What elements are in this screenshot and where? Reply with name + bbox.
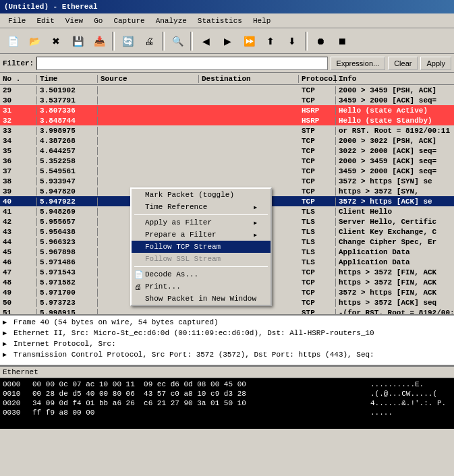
bytes-hex-1: 00 28 de d5 40 00 80 06 43 57 c0 a8 10 c… bbox=[32, 390, 365, 398]
detail-row-tcp[interactable]: ▶ Transmission Control Protocol, Src Por… bbox=[0, 349, 454, 360]
bytes-hex-3: ff f9 a8 00 00 bbox=[32, 409, 365, 417]
context-menu: Mark Packet (toggle) Time Reference ▶ Ap… bbox=[130, 187, 272, 306]
toolbar-forward[interactable]: ▶ bbox=[217, 31, 237, 51]
menu-statistics[interactable]: Statistics bbox=[192, 16, 248, 26]
menu-edit[interactable]: Edit bbox=[31, 16, 59, 26]
toolbar: 📄 📂 ✖ 💾 📥 🔄 🖨 🔍 ◀ ▶ ⏩ ⬆ ⬇ ⏺ ⏹ bbox=[0, 28, 454, 54]
menu-view[interactable]: View bbox=[60, 16, 88, 26]
col-header-info: Info bbox=[336, 75, 454, 83]
toolbar-new[interactable]: 📄 bbox=[3, 31, 23, 51]
cell-proto: TCP bbox=[299, 278, 336, 287]
cell-time: 5.966323 bbox=[37, 238, 98, 246]
toolbar-up[interactable]: ⬆ bbox=[260, 31, 281, 51]
ctx-apply-filter[interactable]: Apply as Filter ▶ bbox=[132, 216, 271, 229]
toolbar-sep4 bbox=[305, 32, 308, 51]
cell-time: 5.933947 bbox=[37, 177, 98, 185]
toolbar-sep1 bbox=[112, 32, 115, 51]
cell-no: 50 bbox=[0, 299, 37, 307]
toolbar-jump[interactable]: ⏩ bbox=[239, 31, 259, 51]
ctx-decode-as[interactable]: 📄 Decode As... bbox=[132, 268, 271, 280]
toolbar-sep3 bbox=[190, 32, 193, 51]
packet-list: No . Time Source Destination Protocol In… bbox=[0, 73, 454, 316]
titlebar: (Untitled) - Ethereal bbox=[0, 0, 454, 13]
detail-text-frame: Frame 40 (54 bytes on wire, 54 bytes cap… bbox=[13, 318, 219, 326]
table-row[interactable]: 36 5.352258 TCP 2000 > 3459 [ACK] seq= bbox=[0, 156, 454, 166]
cell-time: 5.967898 bbox=[37, 248, 98, 256]
menu-go[interactable]: Go bbox=[88, 16, 108, 26]
cell-time: 5.998915 bbox=[37, 309, 98, 316]
toolbar-capture2[interactable]: ⏹ bbox=[332, 31, 352, 51]
ctx-mark-packet[interactable]: Mark Packet (toggle) bbox=[132, 189, 271, 201]
clear-button[interactable]: Clear bbox=[388, 57, 418, 70]
ctx-show-new-window[interactable]: Show Packet in New Window bbox=[132, 293, 271, 305]
ctx-follow-tcp[interactable]: Follow TCP Stream bbox=[132, 241, 271, 253]
bytes-offset-1: 0010 bbox=[3, 390, 30, 398]
cell-no: 46 bbox=[0, 258, 37, 266]
toolbar-reload[interactable]: 🔄 bbox=[117, 31, 138, 51]
cell-time: 5.971700 bbox=[37, 289, 98, 297]
table-row[interactable]: 31 3.807336 HSRP Hello (state Active) bbox=[0, 105, 454, 115]
cell-no: 38 bbox=[0, 177, 37, 185]
cell-no: 33 bbox=[0, 127, 37, 135]
expand-icon-tcp: ▶ bbox=[3, 351, 12, 359]
table-row[interactable]: 34 4.387268 TCP 2000 > 3022 [PSH, ACK] bbox=[0, 136, 454, 146]
cell-no: 32 bbox=[0, 117, 37, 125]
menu-capture[interactable]: Capture bbox=[108, 16, 150, 26]
detail-row-frame[interactable]: ▶ Frame 40 (54 bytes on wire, 54 bytes c… bbox=[0, 317, 454, 328]
ctx-prepare-filter[interactable]: Prepare a Filter ▶ bbox=[132, 229, 271, 241]
ctx-print[interactable]: 🖨 Print... bbox=[132, 280, 271, 293]
col-header-source: Source bbox=[98, 75, 199, 83]
cell-info: Change Cipher Spec, Er bbox=[336, 238, 454, 246]
expression-button[interactable]: Expression... bbox=[331, 57, 386, 70]
cell-time: 3.537791 bbox=[37, 96, 98, 105]
table-row[interactable]: 37 5.549561 TCP 3459 > 2000 [ACK] seq= bbox=[0, 166, 454, 176]
cell-info: Hello (state Active) bbox=[336, 107, 454, 115]
cell-info: 3022 > 2000 [ACK] seq= bbox=[336, 147, 454, 155]
cell-no: 42 bbox=[0, 218, 37, 226]
cell-info: Hello (state Standby) bbox=[336, 117, 454, 125]
toolbar-open[interactable]: 📂 bbox=[24, 31, 45, 51]
cell-info: https > 3572 [SYN, bbox=[336, 187, 454, 196]
col-header-no: No . bbox=[0, 75, 37, 83]
ethernet-bar: Ethernet bbox=[0, 366, 454, 378]
detail-row-ip[interactable]: ▶ Internet Protocol, Src: bbox=[0, 338, 454, 349]
cell-no: 51 bbox=[0, 309, 37, 316]
filter-input[interactable] bbox=[36, 57, 327, 70]
table-row[interactable]: 32 3.848744 HSRP Hello (state Standby) bbox=[0, 115, 454, 125]
toolbar-save2[interactable]: 📥 bbox=[89, 31, 109, 51]
cell-info: 3572 > https [ACK] se bbox=[336, 198, 454, 206]
packet-bytes: 0000 00 00 0c 07 ac 10 00 11 09 ec d6 0d… bbox=[0, 378, 454, 429]
table-row[interactable]: 33 3.998975 STP or RST. Root = 8192/00:1… bbox=[0, 125, 454, 136]
bytes-hex-0: 00 00 0c 07 ac 10 00 11 09 ec d6 0d 08 0… bbox=[32, 380, 365, 388]
table-row[interactable]: 38 5.933947 TCP 3572 > https [SYN] se bbox=[0, 176, 454, 186]
toolbar-print[interactable]: 🖨 bbox=[139, 31, 159, 51]
toolbar-close[interactable]: ✖ bbox=[46, 31, 66, 51]
table-row[interactable]: 35 4.644257 TCP 3022 > 2000 [ACK] seq= bbox=[0, 146, 454, 156]
filterbar: Filter: Expression... Clear Apply bbox=[0, 54, 454, 73]
table-row[interactable]: 29 3.501902 TCP 2000 > 3459 [PSH, ACK] bbox=[0, 85, 454, 95]
toolbar-save[interactable]: 💾 bbox=[67, 31, 88, 51]
toolbar-back[interactable]: ◀ bbox=[196, 31, 216, 51]
cell-info: 2000 > 3459 [ACK] seq= bbox=[336, 157, 454, 165]
apply-button[interactable]: Apply bbox=[420, 57, 451, 70]
table-row[interactable]: 30 3.537791 TCP 3459 > 2000 [ACK] seq= bbox=[0, 95, 454, 105]
cell-no: 45 bbox=[0, 248, 37, 256]
menu-analyze[interactable]: Analyze bbox=[150, 16, 192, 26]
bytes-ascii-2: 4......&.!'.:. P. bbox=[370, 399, 451, 407]
toolbar-capture[interactable]: ⏺ bbox=[310, 31, 331, 51]
bytes-row-1: 0010 00 28 de d5 40 00 80 06 43 57 c0 a8… bbox=[3, 389, 451, 398]
menu-help[interactable]: Help bbox=[248, 16, 276, 26]
expand-icon-frame: ▶ bbox=[3, 318, 12, 326]
menu-file[interactable]: File bbox=[3, 16, 31, 26]
bytes-offset-2: 0020 bbox=[3, 399, 30, 407]
detail-row-ethernet[interactable]: ▶ Ethernet II, Src: Micro-St_ec:d6:0d (0… bbox=[0, 328, 454, 338]
cell-proto: TCP bbox=[299, 147, 336, 155]
cell-proto: TCP bbox=[299, 96, 336, 105]
toolbar-sep2 bbox=[162, 32, 165, 51]
table-row[interactable]: 51 5.998915 STP -(for RST. Root = 8192/0… bbox=[0, 307, 454, 316]
toolbar-down[interactable]: ⬇ bbox=[282, 31, 302, 51]
ctx-time-reference[interactable]: Time Reference ▶ bbox=[132, 201, 271, 213]
filter-label: Filter: bbox=[3, 59, 34, 67]
toolbar-find[interactable]: 🔍 bbox=[167, 31, 188, 51]
bytes-row-3: 0030 ff f9 a8 00 00 ..... bbox=[3, 408, 451, 417]
